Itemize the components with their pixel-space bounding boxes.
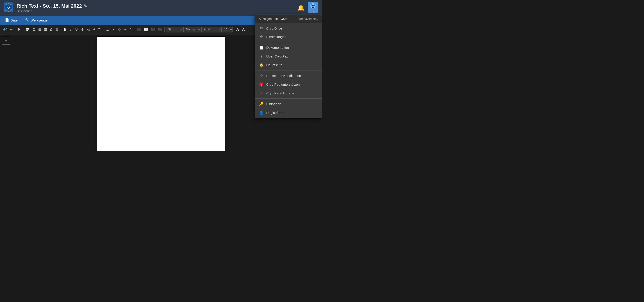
- login-icon: 🔑: [259, 102, 264, 106]
- settings-icon: ⚙: [259, 35, 264, 39]
- register-label: Registrieren: [266, 111, 284, 114]
- font-dropdown[interactable]: Arial: [202, 26, 222, 32]
- register-icon: 👤: [259, 110, 264, 115]
- clear-format-button[interactable]: Tₓ: [97, 26, 103, 33]
- display-name-label: Anzeigename: Gast: [259, 17, 288, 20]
- dropdown-section-1: 🖥 CryptDrive ⚙ Einstellungen: [255, 23, 322, 42]
- top-bar: 🛡 Rich Text - So., 15. Mai 2022 ✎ Gespei…: [0, 0, 322, 16]
- highlight-button[interactable]: A: [240, 26, 246, 33]
- wrench-icon: 🔧: [25, 18, 29, 22]
- user-avatar-button[interactable]: 🤖: [308, 2, 318, 14]
- svg-rect-6: [312, 7, 314, 8]
- flag-button[interactable]: ⚑: [16, 26, 22, 33]
- documentation-label: Dokumentation: [266, 46, 289, 50]
- svg-rect-10: [311, 8, 315, 11]
- support-button[interactable]: 🎁 CryptPad unterstützen: [255, 80, 322, 89]
- settings-button[interactable]: ⚙ Einstellungen: [255, 32, 322, 41]
- notification-bell-button[interactable]: 🔔: [295, 3, 307, 13]
- outdent-button[interactable]: ⊸: [122, 26, 128, 33]
- link-button[interactable]: 🔗: [1, 26, 8, 33]
- toolbar-sep-6: [164, 27, 165, 32]
- avatar-icon: 🤖: [308, 2, 318, 13]
- app-title: Rich Text - So., 15. Mai 2022 ✎: [16, 3, 295, 9]
- survey-button[interactable]: 🎓 CryptPad-Umfrage: [255, 89, 322, 98]
- homepage-label: Hauptseite: [266, 63, 282, 67]
- title-group: Rich Text - So., 15. Mai 2022 ✎ Gespeich…: [16, 3, 295, 13]
- svg-rect-8: [315, 4, 316, 6]
- pricing-label: Preise und Konditionen: [266, 74, 301, 78]
- documentation-icon: 📄: [259, 46, 264, 50]
- sidebar-toggle-icon: ≡: [5, 39, 7, 43]
- toolbar-sep-4: [104, 27, 104, 32]
- svg-point-9: [312, 3, 314, 4]
- comment-button[interactable]: 💬: [24, 26, 31, 33]
- login-label: Einloggen: [266, 102, 281, 106]
- display-name-prefix: Anzeigename:: [259, 17, 279, 20]
- logo: 🛡: [4, 2, 16, 13]
- toolbar-sep-5: [135, 27, 135, 32]
- menu-label: Benutzermenü: [299, 17, 318, 20]
- file-menu-label: Datei: [10, 18, 18, 22]
- svg-text:🤖: 🤖: [312, 12, 314, 13]
- survey-label: CryptPad-Umfrage: [266, 91, 294, 95]
- sidebar-toggle-button[interactable]: ≡: [2, 37, 10, 45]
- dropdown-header: Anzeigename: Gast Benutzermenü: [255, 15, 322, 23]
- dropdown-section-2: 📄 Dokumentation ℹ Über CryptPad 🏠 Haupts…: [255, 42, 322, 70]
- document-title: Rich Text - So., 15. Mai 2022: [16, 3, 82, 9]
- homepage-button[interactable]: 🏠 Hauptseite: [255, 60, 322, 69]
- star-icon: ☆: [259, 74, 264, 78]
- dropdown-section-3: ☆ Preise und Konditionen 🎁 CryptPad unte…: [255, 70, 322, 99]
- table-button[interactable]: ⊞: [37, 26, 42, 33]
- documentation-button[interactable]: 📄 Dokumentation: [255, 43, 322, 52]
- strikethrough-button[interactable]: S: [80, 26, 85, 33]
- omega-button[interactable]: Ω: [48, 26, 54, 33]
- italic-button[interactable]: I: [68, 26, 74, 33]
- file-icon: 📄: [5, 18, 9, 22]
- indent-button[interactable]: ⊹: [116, 26, 122, 33]
- tools-menu-label: Werkzeuge: [31, 18, 48, 22]
- align-center-button[interactable]: ⬜: [143, 26, 150, 33]
- cryptdrive-icon: 🖥: [259, 26, 264, 30]
- survey-icon: 🎓: [259, 91, 264, 95]
- underline-button[interactable]: U: [74, 26, 80, 33]
- list-button[interactable]: ☰: [42, 26, 48, 33]
- settings-label: Einstellungen: [266, 35, 286, 39]
- align-justify-button[interactable]: ⬛: [157, 26, 164, 33]
- align-left-button[interactable]: ⬛: [136, 26, 143, 33]
- dropdown-section-4: 🔑 Einloggen 👤 Registrieren: [255, 99, 322, 118]
- cryptdrive-button[interactable]: 🖥 CryptDrive: [255, 24, 322, 32]
- home-icon: 🏠: [259, 63, 264, 67]
- size-dropdown[interactable]: 16: [222, 26, 233, 32]
- align-right-button[interactable]: ⬛: [150, 26, 157, 33]
- undo-button[interactable]: ↩: [8, 26, 14, 33]
- toolbar-sep-2: [23, 27, 23, 32]
- about-icon: ℹ: [259, 54, 264, 58]
- display-name-value: Gast: [280, 17, 287, 20]
- sigma-button[interactable]: Σ: [31, 26, 37, 33]
- font-color-button[interactable]: A: [235, 26, 240, 33]
- toolbar-sep-1: [15, 27, 15, 32]
- file-menu-button[interactable]: 📄 Datei: [2, 16, 22, 24]
- support-label: CryptPad unterstützen: [266, 82, 300, 86]
- edit-title-icon[interactable]: ✎: [84, 4, 87, 8]
- about-label: Über CryptPad: [266, 54, 288, 58]
- login-button[interactable]: 🔑 Einloggen: [255, 100, 322, 108]
- register-button[interactable]: 👤 Registrieren: [255, 108, 322, 117]
- svg-text:🛡: 🛡: [6, 5, 10, 10]
- cryptdrive-label: CryptDrive: [266, 26, 282, 30]
- bold-button[interactable]: B: [62, 26, 68, 33]
- superscript-button[interactable]: x²: [91, 26, 97, 33]
- blockquote-button[interactable]: ": [128, 26, 134, 33]
- tools-menu-button[interactable]: 🔧 Werkzeuge: [22, 16, 51, 24]
- pricing-button[interactable]: ☆ Preise und Konditionen: [255, 71, 322, 80]
- svg-point-5: [313, 5, 314, 6]
- special-button[interactable]: ⧉: [54, 26, 60, 33]
- subscript-button[interactable]: x₂: [85, 26, 91, 33]
- about-button[interactable]: ℹ Über CryptPad: [255, 52, 322, 60]
- toolbar-sep-3: [61, 27, 61, 32]
- style-dropdown[interactable]: Stil: [166, 26, 184, 32]
- ordered-list-button[interactable]: 1.: [105, 26, 110, 33]
- format-dropdown[interactable]: Normal: [184, 26, 202, 32]
- document-page[interactable]: [97, 37, 225, 151]
- bullet-list-button[interactable]: •: [110, 26, 116, 33]
